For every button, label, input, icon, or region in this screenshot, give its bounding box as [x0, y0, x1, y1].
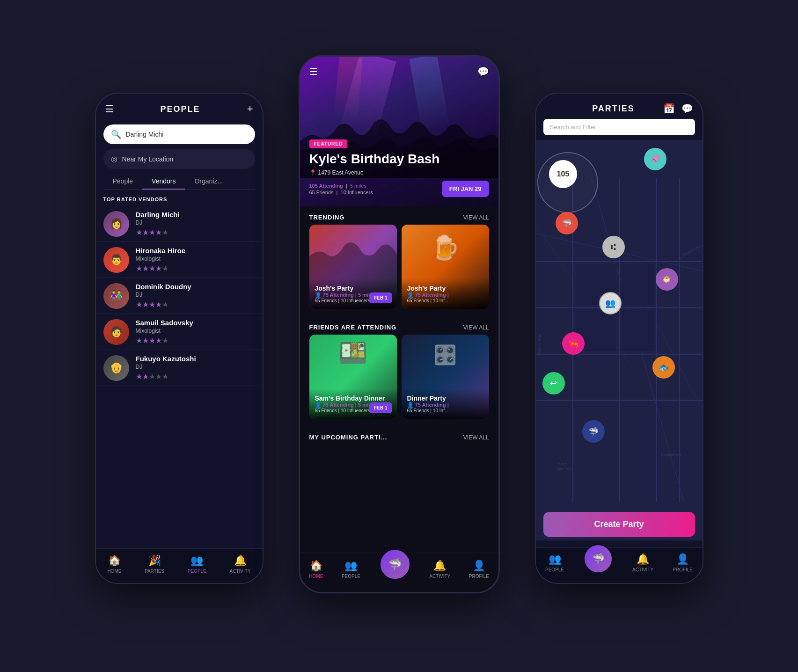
fab-shark-icon: 🦈: [592, 553, 605, 565]
trending-view-all[interactable]: VIEW ALL: [463, 214, 489, 221]
trending-card-1[interactable]: Josh's Party 👤 75 Attending | 5 miles 65…: [309, 225, 397, 309]
mid-nav-activity[interactable]: 🔔 ACTIVITY: [429, 560, 450, 579]
vendor-stars: ★★★★★: [136, 372, 255, 381]
card-sub: 65 Friends | 10 Inf...: [407, 298, 483, 303]
mid-nav-people[interactable]: 👥 PEOPLE: [342, 560, 360, 579]
list-item[interactable]: 👴 Fukuyo Kazutoshi DJ ★★★★★: [96, 350, 263, 386]
nav-parties[interactable]: 🎉 PARTIES: [145, 555, 164, 574]
map-pin-return[interactable]: ↩: [542, 372, 565, 394]
add-icon[interactable]: +: [247, 103, 253, 115]
mid-nav-home-label: HOME: [309, 574, 323, 579]
hero-title: Kyle's Birthday Bash: [309, 152, 489, 167]
vendor-stars: ★★★★★: [136, 228, 255, 237]
mid-scroll-content: TRENDING VIEW ALL Josh's Party 👤 75 Atte…: [300, 206, 498, 555]
avatar: 🧑: [103, 319, 129, 345]
hero-attending: 105 Attending: [309, 183, 343, 189]
avatar: 👩: [103, 211, 129, 237]
vendor-name: Dominik Doudny: [136, 283, 255, 291]
friends-cards: 🍱 Sam's Birthday Dinner 👤 75 Attending |…: [300, 335, 498, 426]
people-group-icon: 👥: [605, 298, 615, 308]
friends-view-all[interactable]: VIEW ALL: [463, 324, 489, 331]
card-attending: 👤 75 Attending |: [407, 402, 483, 408]
center-fab-button[interactable]: 🦈: [379, 548, 411, 580]
profile-icon: 👤: [473, 560, 485, 572]
tabs-row: People Vendors Organiz...: [103, 173, 255, 190]
mid-nav-home[interactable]: 🏠 HOME: [309, 560, 323, 579]
friends-card-2[interactable]: 🎛️ Dinner Party 👤 75 Attending | 65 Frie…: [402, 335, 489, 419]
right-fab[interactable]: 🦈: [583, 544, 613, 574]
return-icon: ↩: [550, 378, 557, 388]
map-pin-share[interactable]: ⑆: [602, 236, 625, 258]
tab-organizers[interactable]: Organiz...: [185, 173, 232, 190]
nav-home[interactable]: 🏠 HOME: [107, 555, 121, 574]
list-item[interactable]: 👨 Hironaka Hiroe Mixologist ★★★★★: [96, 242, 263, 278]
mid-header: ☰ 💬: [300, 57, 498, 87]
right-header: PARTIES 📅 💬: [536, 94, 703, 119]
hero-location: 📍 1479 East Avenue: [309, 169, 489, 176]
map-pin-fish[interactable]: 🐡: [656, 268, 678, 291]
right-phone: PARTIES 📅 💬 Search and Filter: [535, 93, 703, 584]
list-item[interactable]: 👩 Darling Michi DJ ★★★★★: [96, 206, 263, 242]
vendor-stars: ★★★★★: [136, 336, 255, 345]
vendor-role: DJ: [136, 364, 255, 370]
right-nav-people[interactable]: 👥 PEOPLE: [545, 553, 564, 574]
search-bar[interactable]: 🔍 Darling Michi: [103, 124, 255, 144]
left-title: PEOPLE: [161, 104, 200, 114]
map-pin-shrimp[interactable]: 🦐: [562, 332, 585, 355]
right-search[interactable]: Search and Filter: [543, 119, 695, 135]
chat-icon[interactable]: 💬: [681, 103, 693, 114]
left-phone: ☰ PEOPLE + 🔍 Darling Michi ◎ Near My Loc…: [95, 93, 264, 584]
location-bar[interactable]: ◎ Near My Location: [103, 149, 255, 169]
svg-rect-13: [621, 264, 653, 306]
vendor-role: Mixologist: [136, 256, 255, 262]
mid-chat-icon[interactable]: 💬: [477, 66, 489, 77]
people-icon: 👥: [549, 553, 561, 565]
nav-people[interactable]: 👥 PEOPLE: [188, 555, 206, 574]
card-overlay: Dinner Party 👤 75 Attending | 65 Friends…: [402, 389, 489, 419]
map-pin-eagle[interactable]: 🐟: [652, 356, 675, 379]
list-item[interactable]: 🧑 Samuil Sadovsky Mixologist ★★★★★: [96, 314, 263, 350]
search-placeholder: Search and Filter: [550, 124, 596, 131]
parties-icon: 🎉: [148, 555, 161, 567]
svg-text:Atlantic Ave.: Atlantic Ave.: [537, 334, 541, 354]
activity-icon: 🔔: [433, 560, 446, 572]
upcoming-header: MY UPCOMING PARTI... VIEW ALL: [300, 426, 498, 445]
location-pin-icon: 📍: [309, 169, 316, 176]
vendor-info: Fukuyo Kazutoshi DJ ★★★★★: [136, 355, 255, 381]
tab-vendors[interactable]: Vendors: [142, 173, 185, 190]
vendor-list: 👩 Darling Michi DJ ★★★★★ 👨 Hironaka Hiro…: [96, 206, 263, 386]
svg-text:Gate Park: Gate Park: [556, 467, 571, 470]
vendor-stars: ★★★★★: [136, 264, 255, 273]
right-nav-activity[interactable]: 🔔 ACTIVITY: [632, 553, 653, 574]
activity-icon: 🔔: [234, 555, 247, 567]
friends-card-1[interactable]: 🍱 Sam's Birthday Dinner 👤 75 Attending |…: [309, 335, 397, 419]
tab-people[interactable]: People: [103, 173, 143, 190]
vendor-role: DJ: [136, 219, 255, 226]
create-party-button[interactable]: Create Party: [543, 512, 695, 537]
shark-blue-icon: 🦈: [588, 426, 599, 437]
right-nav-profile[interactable]: 👤 PROFILE: [673, 553, 693, 574]
map-pin-people[interactable]: 👥: [599, 292, 622, 314]
mid-nav-profile-label: PROFILE: [469, 574, 489, 579]
trending-card-2[interactable]: 🍺 Josh's Party 👤 75 Attending | 65 Frien…: [402, 225, 489, 309]
upcoming-view-all[interactable]: VIEW ALL: [463, 434, 489, 441]
right-nav-people-label: PEOPLE: [545, 567, 564, 572]
card-date-badge: FEB 1: [369, 402, 392, 413]
hero-date-badge: FRI JAN 29: [442, 181, 489, 197]
avatar: 👫: [103, 283, 129, 309]
card-title: Josh's Party: [315, 285, 391, 292]
calendar-icon[interactable]: 📅: [663, 103, 675, 114]
card-overlay: Josh's Party 👤 75 Attending | 65 Friends…: [402, 279, 489, 309]
vendors-section-title: TOP RATED VENDORS: [96, 190, 263, 206]
mid-nav-profile[interactable]: 👤 PROFILE: [469, 560, 489, 579]
mid-hamburger-icon[interactable]: ☰: [309, 66, 318, 77]
middle-phone: ☰ 💬 FEATURED Kyle's Birthday Bash 📍 1479…: [299, 55, 500, 593]
hero-address: 1479 East Avenue: [318, 169, 364, 176]
map-pin-shark-red[interactable]: 🦈: [556, 212, 578, 234]
hamburger-icon[interactable]: ☰: [105, 103, 114, 115]
map-pin-count[interactable]: 105: [549, 160, 577, 188]
map-pin-octopus[interactable]: 🦑: [644, 148, 666, 170]
vendor-info: Dominik Doudny DJ ★★★★★: [136, 283, 255, 309]
nav-activity[interactable]: 🔔 ACTIVITY: [230, 555, 251, 574]
list-item[interactable]: 👫 Dominik Doudny DJ ★★★★★: [96, 278, 263, 314]
